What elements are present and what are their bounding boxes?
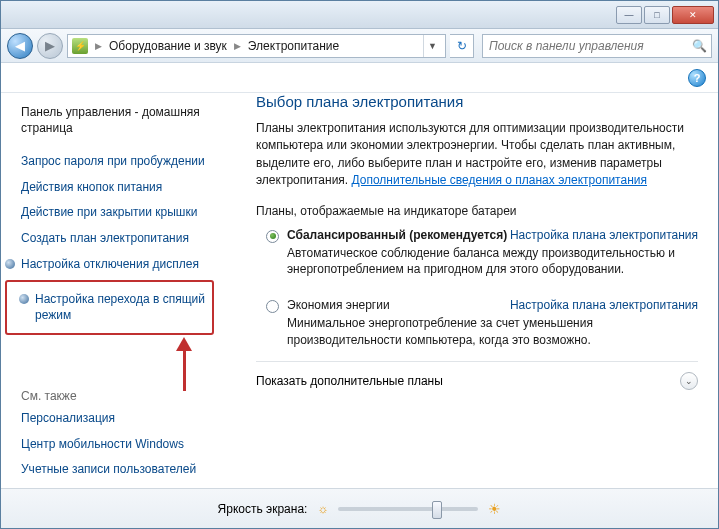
sidebar-also-mobility[interactable]: Центр мобильности Windows xyxy=(21,433,214,457)
chevron-right-icon: ▶ xyxy=(231,41,244,51)
plans-section-label: Планы, отображаемые на индикаторе батаре… xyxy=(256,204,698,218)
search-box[interactable]: 🔍 xyxy=(482,34,712,58)
chevron-right-icon: ▶ xyxy=(92,41,105,51)
more-info-link[interactable]: Дополнительные сведения о планах электро… xyxy=(352,173,647,187)
chevron-down-icon[interactable]: ⌄ xyxy=(680,372,698,390)
page-description: Планы электропитания используются для оп… xyxy=(256,120,698,190)
address-dropdown[interactable]: ▼ xyxy=(423,35,441,57)
plan-saver-title: Экономия энергии xyxy=(287,298,390,312)
help-row: ? xyxy=(1,63,718,93)
highlight-annotation: Настройка перехода в спящий режим xyxy=(5,280,214,335)
minimize-button[interactable]: — xyxy=(616,6,642,24)
window-titlebar: — □ ✕ xyxy=(1,1,718,29)
sidebar-item-power-buttons[interactable]: Действия кнопок питания xyxy=(21,176,214,200)
plan-balanced-desc: Автоматическое соблюдение баланса между … xyxy=(287,245,698,279)
sidebar-home[interactable]: Панель управления - домашняя страница xyxy=(21,101,214,140)
slider-thumb[interactable] xyxy=(432,501,442,519)
brightness-footer: Яркость экрана: ☼ ☀ xyxy=(1,488,718,528)
plan-saver: Экономия энергии Настройка плана электро… xyxy=(256,298,698,349)
radio-saver[interactable] xyxy=(266,300,279,313)
search-input[interactable] xyxy=(483,39,687,53)
show-more-plans[interactable]: Показать дополнительные планы ⌄ xyxy=(256,368,698,394)
plan-balanced-title: Сбалансированный (рекомендуется) xyxy=(287,228,507,242)
sidebar-also-accounts[interactable]: Учетные записи пользователей xyxy=(21,458,214,482)
sidebar-item-display-off[interactable]: Настройка отключения дисплея xyxy=(7,253,214,277)
plan-saver-desc: Минимальное энергопотребление за счет ум… xyxy=(287,315,698,349)
show-more-label: Показать дополнительные планы xyxy=(256,374,443,388)
content-body: Панель управления - домашняя страница За… xyxy=(1,93,718,490)
sidebar-item-create-plan[interactable]: Создать план электропитания xyxy=(21,227,214,251)
nav-toolbar: ◀ ▶ ⚡ ▶ Оборудование и звук ▶ Электропит… xyxy=(1,29,718,63)
refresh-button[interactable]: ↻ xyxy=(450,34,474,58)
breadcrumb-power[interactable]: Электропитание xyxy=(248,39,339,53)
help-icon[interactable]: ? xyxy=(688,69,706,87)
plan-balanced-settings-link[interactable]: Настройка плана электропитания xyxy=(510,228,698,242)
sun-big-icon: ☀ xyxy=(488,501,501,517)
radio-balanced[interactable] xyxy=(266,230,279,243)
address-bar[interactable]: ⚡ ▶ Оборудование и звук ▶ Электропитание… xyxy=(67,34,446,58)
page-title: Выбор плана электропитания xyxy=(256,93,698,110)
close-button[interactable]: ✕ xyxy=(672,6,714,24)
maximize-button[interactable]: □ xyxy=(644,6,670,24)
control-panel-icon: ⚡ xyxy=(72,38,88,54)
sidebar-also-personalization[interactable]: Персонализация xyxy=(21,407,214,431)
forward-button[interactable]: ▶ xyxy=(37,33,63,59)
sidebar-item-sleep[interactable]: Настройка перехода в спящий режим xyxy=(21,288,206,327)
arrow-annotation xyxy=(176,337,192,391)
brightness-slider[interactable] xyxy=(338,507,478,511)
sidebar-item-lid[interactable]: Действие при закрытии крышки xyxy=(21,201,214,225)
breadcrumb-hardware[interactable]: Оборудование и звук xyxy=(109,39,227,53)
main-content: Выбор плана электропитания Планы электро… xyxy=(226,93,718,490)
sidebar: Панель управления - домашняя страница За… xyxy=(1,93,226,490)
plan-balanced: Сбалансированный (рекомендуется) Настрой… xyxy=(256,228,698,279)
back-button[interactable]: ◀ xyxy=(7,33,33,59)
search-icon[interactable]: 🔍 xyxy=(687,39,711,53)
sidebar-item-password[interactable]: Запрос пароля при пробуждении xyxy=(21,150,214,174)
sun-small-icon: ☼ xyxy=(317,502,328,516)
plan-saver-settings-link[interactable]: Настройка плана электропитания xyxy=(510,298,698,312)
divider xyxy=(256,361,698,362)
brightness-label: Яркость экрана: xyxy=(218,502,308,516)
